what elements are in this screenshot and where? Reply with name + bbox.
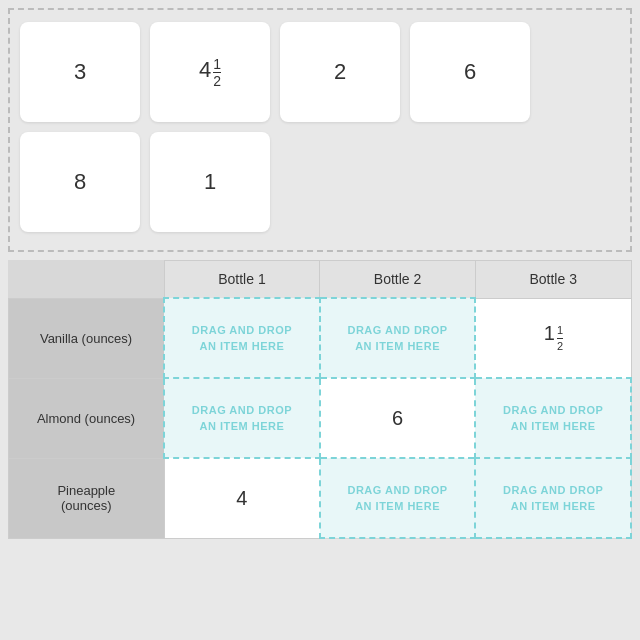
value-pineapple-b1: 4 xyxy=(164,458,320,538)
drop-zone-pineapple-b2[interactable]: DRAG AND DROPAN ITEM HERE xyxy=(320,458,476,538)
table-row: Almond (ounces) DRAG AND DROPAN ITEM HER… xyxy=(9,378,632,458)
table-area: Bottle 1 Bottle 2 Bottle 3 Vanilla (ounc… xyxy=(8,260,632,539)
card-3[interactable]: 3 xyxy=(20,22,140,122)
card-4half[interactable]: 412 xyxy=(150,22,270,122)
card-row-1: 3 412 2 6 xyxy=(20,22,620,122)
row-header-vanilla: Vanilla (ounces) xyxy=(9,298,165,378)
card-1[interactable]: 1 xyxy=(150,132,270,232)
drop-zone-vanilla-b2[interactable]: DRAG AND DROPAN ITEM HERE xyxy=(320,298,476,378)
card-6[interactable]: 6 xyxy=(410,22,530,122)
table-row: Pineapple(ounces) 4 DRAG AND DROPAN ITEM… xyxy=(9,458,632,538)
card-row-2: 8 1 xyxy=(20,132,620,232)
drop-zone-vanilla-b1[interactable]: DRAG AND DROPAN ITEM HERE xyxy=(164,298,320,378)
card-value: 1 xyxy=(204,169,216,195)
table-row: Vanilla (ounces) DRAG AND DROPAN ITEM HE… xyxy=(9,298,632,378)
card-8[interactable]: 8 xyxy=(20,132,140,232)
row-header-pineapple: Pineapple(ounces) xyxy=(9,458,165,538)
card-value: 2 xyxy=(334,59,346,85)
col-header-bottle2: Bottle 2 xyxy=(320,261,476,299)
ingredients-table: Bottle 1 Bottle 2 Bottle 3 Vanilla (ounc… xyxy=(8,260,632,539)
card-value: 3 xyxy=(74,59,86,85)
drop-zone-pineapple-b3[interactable]: DRAG AND DROPAN ITEM HERE xyxy=(475,458,631,538)
col-header-bottle1: Bottle 1 xyxy=(164,261,320,299)
col-header-empty xyxy=(9,261,165,299)
value-vanilla-b3: 1 12 xyxy=(475,298,631,378)
col-header-bottle3: Bottle 3 xyxy=(475,261,631,299)
drop-zone-almond-b3[interactable]: DRAG AND DROPAN ITEM HERE xyxy=(475,378,631,458)
card-value: 8 xyxy=(74,169,86,195)
drag-source-area[interactable]: 3 412 2 6 8 1 xyxy=(8,8,632,252)
row-header-almond: Almond (ounces) xyxy=(9,378,165,458)
card-value: 412 xyxy=(199,57,221,88)
value-almond-b2: 6 xyxy=(320,378,476,458)
card-value: 6 xyxy=(464,59,476,85)
card-2[interactable]: 2 xyxy=(280,22,400,122)
drop-zone-almond-b1[interactable]: DRAG AND DROPAN ITEM HERE xyxy=(164,378,320,458)
